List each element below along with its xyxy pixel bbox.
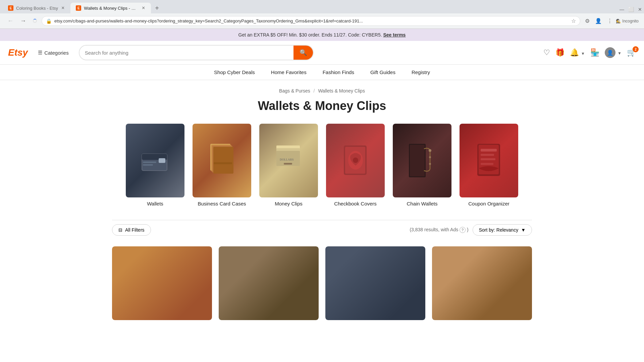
- product-card-3[interactable]: [325, 246, 425, 320]
- filters-left: ⊟ All Filters: [112, 224, 151, 236]
- see-terms-link[interactable]: See terms: [383, 32, 406, 38]
- close-window-button[interactable]: ✕: [636, 5, 644, 13]
- svg-rect-9: [214, 162, 232, 164]
- categories-label: Categories: [44, 50, 69, 56]
- category-card-money-clips[interactable]: DOLLARS Money Clips: [259, 124, 318, 206]
- search-bar: 🔍: [79, 45, 314, 60]
- nav-gift-guides[interactable]: Gift Guides: [370, 69, 395, 75]
- loading-spinner: [33, 19, 37, 23]
- checkbook-svg: [340, 142, 371, 179]
- svg-rect-27: [481, 154, 494, 156]
- wallet-svg: [140, 149, 170, 172]
- address-bar[interactable]: 🔒 etsy.com/c/bags-and-purses/wallets-and…: [42, 16, 580, 26]
- categories-button[interactable]: ☰ Categories: [35, 48, 72, 58]
- tab-wallets[interactable]: E Wallets & Money Clips - Etsy ×: [70, 3, 151, 13]
- product-card-4[interactable]: [432, 246, 532, 320]
- lock-icon: 🔒: [46, 18, 52, 24]
- all-filters-button[interactable]: ⊟ All Filters: [112, 224, 151, 236]
- breadcrumb-separator: /: [314, 88, 315, 94]
- maximize-button[interactable]: ⬜: [626, 5, 636, 13]
- product-card-1[interactable]: [112, 246, 212, 320]
- minimize-button[interactable]: —: [618, 5, 626, 13]
- back-button[interactable]: ←: [5, 16, 15, 26]
- hamburger-icon: ☰: [38, 50, 42, 56]
- breadcrumb-parent-link[interactable]: Bags & Purses: [279, 88, 310, 94]
- reload-button[interactable]: [31, 16, 39, 26]
- profile-button[interactable]: 👤: [593, 16, 604, 25]
- nav-home-favorites[interactable]: Home Favorites: [271, 69, 307, 75]
- category-card-business[interactable]: Business Card Cases: [193, 124, 251, 206]
- nav-shop-cyber-deals[interactable]: Shop Cyber Deals: [214, 69, 255, 75]
- cart-badge: 2: [633, 46, 639, 52]
- incognito-label: 🕵 Incognito: [616, 19, 639, 23]
- etsy-logo[interactable]: Etsy: [8, 47, 28, 58]
- svg-rect-2: [159, 158, 165, 163]
- search-button[interactable]: 🔍: [293, 46, 313, 60]
- search-input[interactable]: [79, 47, 293, 59]
- results-ads-help-icon[interactable]: ?: [460, 227, 466, 233]
- shop-icon: 🏪: [590, 48, 599, 57]
- category-img-money-clips: DOLLARS: [259, 124, 318, 197]
- notifications-button[interactable]: 🔔 ▼: [570, 48, 585, 57]
- svg-point-18: [353, 158, 358, 163]
- product-grid-preview: [112, 246, 532, 320]
- svg-rect-29: [481, 163, 493, 165]
- svg-point-23: [429, 163, 431, 165]
- nav-registry[interactable]: Registry: [412, 69, 430, 75]
- svg-point-21: [429, 149, 431, 152]
- coupon-svg: [474, 142, 504, 179]
- product-img-3: [325, 246, 425, 320]
- browser-chrome: E Coloring Books - Etsy × E Wallets & Mo…: [0, 0, 644, 29]
- nav-fashion-finds[interactable]: Fashion Finds: [323, 69, 354, 75]
- category-label-money-clips: Money Clips: [275, 201, 303, 206]
- breadcrumb-current: Wallets & Money Clips: [318, 88, 365, 94]
- filter-icon: ⊟: [118, 227, 122, 233]
- tab-close-icon[interactable]: ×: [61, 5, 65, 11]
- seller-dashboard-button[interactable]: 🏪: [590, 48, 599, 57]
- svg-rect-4: [143, 164, 153, 166]
- svg-rect-20: [410, 145, 425, 176]
- header-icons: ♡ 🎁 🔔 ▼ 🏪 👤 ▼ 🛒 2: [543, 47, 636, 58]
- gift-button[interactable]: 🎁: [555, 48, 565, 57]
- promo-text: Get an EXTRA $5 OFF! Min. $30 order. End…: [238, 32, 382, 38]
- settings-button[interactable]: ⋮: [605, 16, 614, 25]
- sort-dropdown-icon: ▼: [521, 227, 526, 233]
- browser-toolbar: ← → 🔒 etsy.com/c/bags-and-purses/wallets…: [0, 13, 644, 28]
- category-img-business: [193, 124, 251, 197]
- money-clips-svg: DOLLARS: [274, 142, 304, 179]
- category-grid: Wallets Business Card Cases: [112, 124, 532, 206]
- tab-close-active-icon[interactable]: ×: [141, 5, 146, 11]
- category-card-checkbook[interactable]: Checkbook Covers: [326, 124, 385, 206]
- tab-wallets-label: Wallets & Money Clips - Etsy: [84, 6, 139, 11]
- business-svg: [207, 142, 237, 179]
- filters-bar: ⊟ All Filters (3,838 results, with Ads ?…: [112, 220, 532, 240]
- extensions-button[interactable]: ⚙: [583, 16, 592, 25]
- category-card-chain[interactable]: Chain Wallets: [393, 124, 451, 206]
- category-img-checkbook: [326, 124, 385, 197]
- svg-point-22: [429, 156, 431, 158]
- new-tab-button[interactable]: +: [151, 3, 163, 13]
- account-button[interactable]: 👤 ▼: [605, 47, 622, 58]
- page-title: Wallets & Money Clips: [112, 99, 532, 113]
- toolbar-icons: ⚙ 👤 ⋮ 🕵 Incognito: [583, 16, 639, 25]
- favorites-button[interactable]: ♡: [543, 48, 550, 57]
- search-icon: 🔍: [300, 49, 307, 56]
- category-label-coupon: Coupon Organizer: [468, 201, 509, 206]
- sort-label: Sort by: Relevancy: [479, 227, 519, 233]
- bookmark-icon[interactable]: ☆: [571, 18, 576, 24]
- sort-button[interactable]: Sort by: Relevancy ▼: [473, 224, 532, 236]
- address-text: etsy.com/c/bags-and-purses/wallets-and-m…: [54, 18, 569, 23]
- product-img-2: [219, 246, 319, 320]
- category-label-wallets: Wallets: [147, 201, 163, 206]
- svg-text:DOLLARS: DOLLARS: [280, 158, 294, 161]
- category-label-chain: Chain Wallets: [407, 201, 438, 206]
- cart-button[interactable]: 🛒 2: [627, 48, 636, 57]
- forward-button[interactable]: →: [18, 16, 28, 26]
- product-img-1: [112, 246, 212, 320]
- category-card-coupon[interactable]: Coupon Organizer: [460, 124, 518, 206]
- tab-coloring-books[interactable]: E Coloring Books - Etsy ×: [3, 3, 70, 13]
- category-label-checkbook: Checkbook Covers: [334, 201, 377, 206]
- category-card-wallets[interactable]: Wallets: [126, 124, 184, 206]
- incognito-icon: 🕵: [616, 19, 621, 23]
- product-card-2[interactable]: [219, 246, 319, 320]
